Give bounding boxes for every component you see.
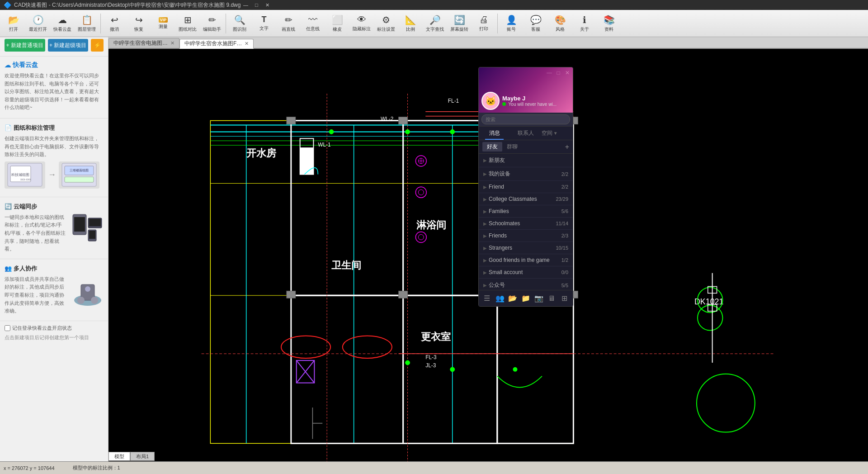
text-label: 文字: [259, 25, 269, 32]
chat-search-input[interactable]: [481, 114, 570, 124]
toolbar-vip[interactable]: VIP 测量: [151, 11, 175, 36]
chat-nav-space[interactable]: 空间 ▼: [542, 127, 573, 140]
toolbar-cloud[interactable]: ☁ 快看云盘: [51, 11, 74, 36]
chat-navigation: 消息 联系人 空间 ▼: [479, 127, 573, 140]
toolbar-helper[interactable]: ✏ 编辑助手: [200, 11, 224, 36]
chat-menu-icon[interactable]: ☰: [481, 293, 492, 304]
tab1-close[interactable]: ✕: [170, 40, 175, 46]
group-count: 2/3: [561, 233, 568, 238]
group-new-friends[interactable]: ▶ 新朋友: [479, 154, 573, 167]
chat-contacts-icon[interactable]: 👥: [495, 293, 505, 304]
mark-settings-icon: ⚙: [382, 14, 390, 25]
remember-checkbox[interactable]: [5, 325, 10, 331]
svg-rect-6: [65, 177, 94, 182]
toolbar-account[interactable]: 👤 账号: [500, 11, 523, 36]
toolbar-scale[interactable]: 📐 比例: [399, 11, 422, 36]
toolbar-open[interactable]: 📂 打开: [2, 11, 25, 36]
group-arrow-icon: ▶: [483, 270, 487, 275]
service-label: 客服: [531, 26, 540, 33]
svg-rect-9: [74, 217, 85, 232]
group-friends[interactable]: ▶ Friends 2/3: [479, 230, 573, 242]
group-schoolmates[interactable]: ▶ Schoolmates 11/14: [479, 218, 573, 230]
group-my-device[interactable]: ▶ 我的设备 2/2: [479, 167, 573, 181]
group-name: Families: [489, 208, 560, 214]
intent-label: 任意线: [306, 26, 320, 32]
group-strangers[interactable]: ▶ Strangers 10/15: [479, 242, 573, 254]
chat-nav-messages[interactable]: 消息: [479, 127, 510, 140]
sync-image: [72, 213, 104, 246]
chat-grid-icon[interactable]: ⊞: [559, 293, 570, 304]
identify-icon: 🔍: [234, 14, 245, 25]
minimize-button[interactable]: —: [241, 1, 250, 9]
toolbar-compare[interactable]: ⊞ 图纸对比: [176, 11, 199, 36]
tab2-close[interactable]: ✕: [245, 41, 249, 47]
toolbar-mark-settings[interactable]: ⚙ 标注设置: [374, 11, 398, 36]
svg-text:卫生间: 卫生间: [331, 260, 361, 271]
group-college-classmates[interactable]: ▶ College Classmates 23/29: [479, 193, 573, 205]
collab-title-text: 多人协作: [14, 265, 37, 273]
toolbar-about[interactable]: ℹ 关于: [573, 11, 596, 36]
toolbar-service[interactable]: 💬 客服: [524, 11, 547, 36]
layout1-tab-label: 布局1: [136, 453, 149, 460]
lightning-button[interactable]: ⚡: [91, 39, 104, 52]
group-name: Friends: [489, 232, 560, 239]
chat-user-details: Maybe J You will never have wi...: [502, 95, 557, 107]
redo-icon: ↪: [135, 14, 143, 25]
print-label: 打印: [479, 26, 488, 32]
chat-folder-icon[interactable]: 📂: [507, 293, 518, 304]
chat-panel[interactable]: — □ ✕ 🐱 Maybe J You will never have wi..…: [478, 67, 573, 307]
tab-bar: 中睟学生宿舍电施图… ✕ 中睟学生宿舍水施图F… ✕: [108, 37, 868, 49]
group-families[interactable]: ▶ Families 5/6: [479, 205, 573, 218]
tab-layout1[interactable]: 布局1: [130, 452, 155, 461]
docs-title-text: 图纸和标注管理: [14, 124, 55, 132]
toolbar-text-find[interactable]: 🔎 文字查找: [423, 11, 447, 36]
toolbar-undo[interactable]: ↩ 撤消: [103, 11, 126, 36]
toolbar-layer[interactable]: 📋 图层管理: [75, 11, 99, 36]
maximize-button[interactable]: □: [251, 1, 261, 9]
separator-3: [0, 259, 108, 259]
toolbar-style[interactable]: 🎨 风格: [548, 11, 572, 36]
group-arrow-icon: ▶: [483, 283, 487, 288]
chat-bookmark-icon[interactable]: 📁: [520, 293, 531, 304]
toolbar-intent[interactable]: 〰 任意线: [301, 11, 325, 36]
group-count: 23/29: [556, 196, 568, 202]
toolbar-resources[interactable]: 📚 资料: [597, 11, 621, 36]
tab-drawing2[interactable]: 中睟学生宿舍水施图F… ✕: [179, 39, 254, 49]
toolbar-rotate[interactable]: 🔄 屏幕旋转: [448, 11, 471, 36]
chat-sub-friends[interactable]: 好友: [482, 142, 502, 152]
undo-icon: ↩: [111, 14, 118, 25]
group-public-account[interactable]: ▶ 公众号 5/5: [479, 279, 573, 290]
group-friend[interactable]: ▶ Friend 2/2: [479, 181, 573, 193]
chat-nav-contacts[interactable]: 联系人: [510, 127, 541, 140]
toolbar-hide-mark[interactable]: 👁 隐藏标注: [350, 11, 373, 36]
group-good-friends-game[interactable]: ▶ Good friends in the game 1/2: [479, 254, 573, 266]
toolbar-identify[interactable]: 🔍 图识别: [228, 11, 251, 36]
layer-icon: 📋: [81, 14, 93, 25]
about-label: 关于: [580, 26, 589, 33]
tab-drawing1[interactable]: 中睟学生宿舍电施图… ✕: [108, 38, 179, 48]
group-arrow-icon: ▶: [483, 171, 487, 176]
close-button[interactable]: ✕: [262, 1, 272, 9]
add-contact-button[interactable]: +: [565, 143, 569, 151]
chat-sub-groups[interactable]: 群聊: [502, 142, 522, 152]
group-small-account[interactable]: ▶ Small account 0/0: [479, 266, 573, 279]
tab-model[interactable]: 模型: [108, 452, 130, 461]
toolbar-redo[interactable]: ↪ 恢复: [127, 11, 151, 36]
collab-icon: 👥: [5, 265, 12, 272]
chat-screen-icon[interactable]: 🖥: [546, 293, 557, 304]
svg-point-77: [450, 367, 455, 372]
chat-photo-icon[interactable]: 📷: [533, 293, 544, 304]
new-super-project-button[interactable]: + 新建超级项目: [48, 39, 89, 52]
svg-rect-11: [89, 219, 101, 226]
toolbar-print[interactable]: 🖨 打印: [472, 11, 495, 36]
toolbar-recent[interactable]: 🕐 最近打开: [26, 11, 50, 36]
coordinate-display: x = 276072 y = 107644: [4, 465, 55, 471]
sync-description: 一键同步本地和云端的图纸和标注，台式机/笔记本/手机/平板，各个平台图纸标注共享…: [5, 213, 68, 253]
hint-text: 点击新建项目后记得创建您第一个项目: [0, 333, 108, 342]
toolbar-drawline[interactable]: ✏ 画直线: [277, 11, 300, 36]
toolbar-text[interactable]: T 文字: [252, 11, 276, 36]
toolbar-erase[interactable]: ⬜ 橡皮: [326, 11, 349, 36]
svg-point-17: [91, 297, 98, 304]
new-normal-project-button[interactable]: + 新建普通项目: [5, 39, 45, 52]
cloud-section-icon: ☁: [5, 62, 11, 69]
